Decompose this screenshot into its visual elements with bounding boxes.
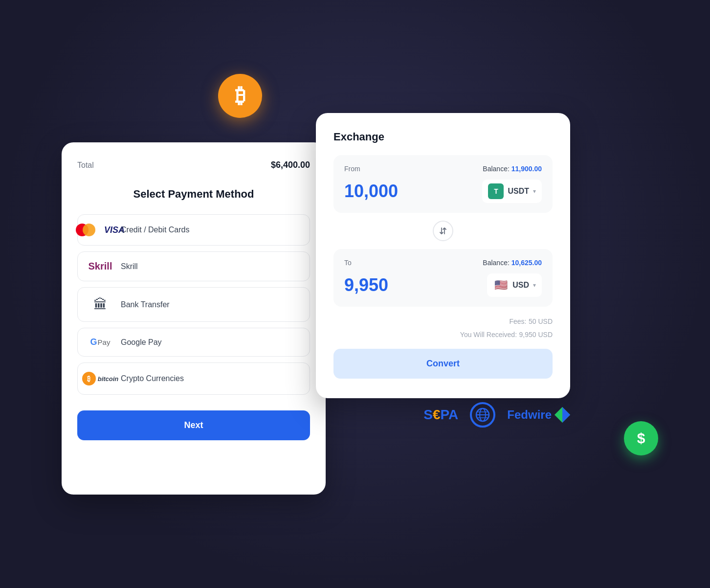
gpay-label: Google Pay [121, 338, 162, 347]
skrill-label: Skrill [121, 262, 138, 271]
total-row: Total $6,400.00 [77, 160, 310, 174]
gpay-icon: G Pay [88, 337, 113, 347]
fedwire-diamond-icon [555, 407, 570, 423]
to-label: To [344, 259, 352, 267]
fees-row: Fees: 50 USD [333, 315, 553, 328]
to-currency-selector[interactable]: 🇺🇸 USD ▾ [487, 273, 542, 297]
from-balance-amount: 11,900.00 [511, 165, 542, 173]
from-label: From [344, 165, 360, 173]
skrill-icon: Skrill [88, 261, 113, 272]
payment-option-card[interactable]: VISA Credit / Debit Cards [77, 214, 310, 246]
sepa-logo: S€PA [423, 407, 458, 423]
bank-icon: 🏛 [88, 296, 113, 313]
to-currency-name: USD [512, 281, 529, 290]
card-label: Credit / Debit Cards [121, 226, 190, 234]
received-label: You Will Received: [460, 331, 517, 339]
from-currency-name: USDT [508, 187, 529, 196]
dollar-float-icon: $ [624, 421, 658, 455]
from-input-row: 10,000 T USDT ▾ [344, 180, 542, 203]
dollar-symbol: $ [637, 430, 645, 447]
convert-button[interactable]: Convert [333, 349, 553, 379]
payment-section-title: Select Payment Method [77, 188, 310, 201]
from-amount[interactable]: 10,000 [344, 181, 398, 202]
from-section: From Balance: 11,900.00 10,000 T USDT ▾ [333, 155, 553, 213]
bitcoin-float-icon: ₿ [218, 74, 262, 118]
payment-options-list: VISA Credit / Debit Cards Skrill Skrill … [77, 214, 310, 395]
fees-label: Fees: [510, 317, 527, 325]
payment-option-skrill[interactable]: Skrill Skrill [77, 251, 310, 281]
fedwire-logo: Fedwire [507, 407, 570, 423]
to-chevron-icon: ▾ [533, 282, 536, 289]
to-header: To Balance: 10,625.00 [344, 259, 542, 267]
exchange-title: Exchange [333, 131, 553, 143]
fedwire-text: Fedwire [507, 408, 552, 422]
next-button[interactable]: Next [77, 410, 310, 440]
fees-section: Fees: 50 USD You Will Received: 9,950 US… [333, 315, 553, 341]
to-amount[interactable]: 9,950 [344, 275, 388, 295]
card-icons: VISA [88, 224, 113, 236]
svg-marker-6 [562, 407, 570, 423]
total-amount: $6,400.00 [271, 160, 310, 170]
payment-option-bank[interactable]: 🏛 Bank Transfer [77, 287, 310, 322]
received-value: 9,950 USD [519, 331, 553, 339]
to-section: To Balance: 10,625.00 9,950 🇺🇸 USD ▾ [333, 249, 553, 307]
usd-flag-icon: 🇺🇸 [493, 277, 509, 293]
payment-method-card: Total $6,400.00 Select Payment Method VI… [62, 142, 326, 495]
bottom-logos: S€PA Fedwire [423, 402, 570, 428]
from-balance-label: Balance: [483, 165, 509, 173]
to-balance-label: Balance: [483, 259, 509, 267]
swap-button[interactable] [433, 221, 453, 241]
bitcoin-symbol: ₿ [235, 86, 245, 106]
crypto-label: Crypto Currencies [121, 374, 184, 383]
exchange-card: Exchange From Balance: 11,900.00 10,000 … [316, 113, 570, 398]
payment-option-gpay[interactable]: G Pay Google Pay [77, 328, 310, 357]
from-header: From Balance: 11,900.00 [344, 165, 542, 173]
to-balance: Balance: 10,625.00 [483, 259, 542, 267]
to-balance-amount: 10,625.00 [511, 259, 542, 267]
globe-icon [470, 402, 495, 428]
total-label: Total [77, 161, 94, 170]
payment-option-crypto[interactable]: ₿ bitcoin Crypto Currencies [77, 362, 310, 395]
from-balance: Balance: 11,900.00 [483, 165, 542, 173]
to-input-row: 9,950 🇺🇸 USD ▾ [344, 273, 542, 297]
swap-container [333, 213, 553, 249]
received-row: You Will Received: 9,950 USD [333, 328, 553, 341]
fees-value: 50 USD [529, 317, 553, 325]
main-container: ₿ $ Total $6,400.00 Select Payment Metho… [62, 113, 648, 495]
bank-label: Bank Transfer [121, 300, 170, 309]
crypto-icon: ₿ bitcoin [88, 372, 113, 385]
from-currency-selector[interactable]: T USDT ▾ [482, 180, 542, 203]
from-chevron-icon: ▾ [533, 188, 536, 195]
usdt-icon: T [488, 183, 504, 199]
